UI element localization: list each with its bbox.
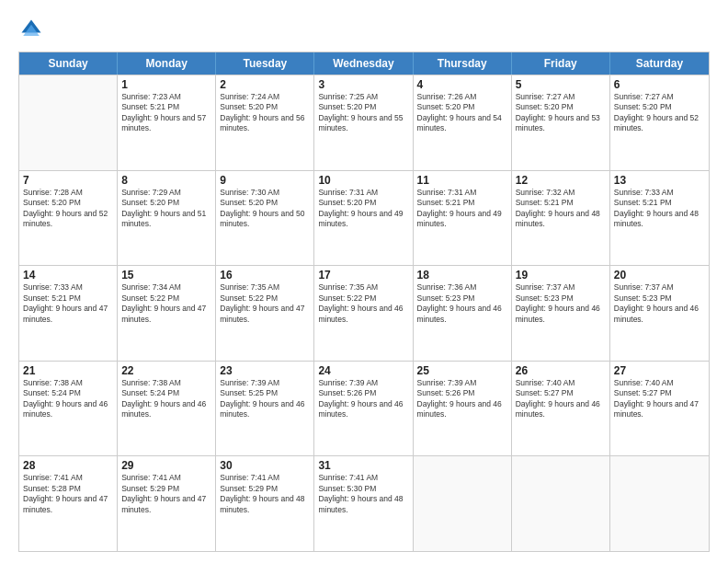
cell-info: Sunrise: 7:33 AMSunset: 5:21 PMDaylight:… (614, 188, 705, 230)
calendar-header-cell: Monday (118, 52, 216, 75)
cell-date: 3 (318, 78, 408, 91)
calendar: SundayMondayTuesdayWednesdayThursdayFrid… (18, 52, 710, 552)
calendar-header-cell: Saturday (610, 52, 709, 75)
cell-info: Sunrise: 7:40 AMSunset: 5:27 PMDaylight:… (516, 378, 606, 420)
cell-info: Sunrise: 7:38 AMSunset: 5:24 PMDaylight:… (121, 378, 211, 420)
cell-info: Sunrise: 7:37 AMSunset: 5:23 PMDaylight:… (614, 282, 705, 325)
calendar-cell: 18Sunrise: 7:36 AMSunset: 5:23 PMDayligh… (414, 266, 512, 361)
calendar-cell: 21Sunrise: 7:38 AMSunset: 5:24 PMDayligh… (19, 362, 118, 456)
calendar-row: 14Sunrise: 7:33 AMSunset: 5:21 PMDayligh… (19, 265, 709, 361)
cell-info: Sunrise: 7:34 AMSunset: 5:22 PMDaylight:… (121, 282, 211, 325)
calendar-cell: 11Sunrise: 7:31 AMSunset: 5:21 PMDayligh… (414, 171, 512, 266)
calendar-cell: 8Sunrise: 7:29 AMSunset: 5:20 PMDaylight… (118, 171, 216, 266)
calendar-row: 1Sunrise: 7:23 AMSunset: 5:21 PMDaylight… (19, 75, 709, 170)
calendar-cell: 3Sunrise: 7:25 AMSunset: 5:20 PMDaylight… (314, 75, 413, 170)
cell-info: Sunrise: 7:27 AMSunset: 5:20 PMDaylight:… (516, 92, 606, 134)
cell-date: 21 (23, 364, 113, 377)
cell-date: 4 (417, 78, 507, 91)
cell-date: 23 (220, 364, 310, 377)
calendar-cell: 26Sunrise: 7:40 AMSunset: 5:27 PMDayligh… (512, 362, 610, 456)
calendar-cell: 12Sunrise: 7:32 AMSunset: 5:21 PMDayligh… (512, 171, 610, 266)
cell-date: 10 (318, 174, 408, 187)
cell-date: 14 (23, 269, 113, 282)
calendar-row: 7Sunrise: 7:28 AMSunset: 5:20 PMDaylight… (19, 170, 709, 266)
cell-date: 18 (417, 269, 507, 282)
cell-info: Sunrise: 7:29 AMSunset: 5:20 PMDaylight:… (121, 188, 211, 230)
cell-date: 31 (318, 459, 408, 472)
calendar-header: SundayMondayTuesdayWednesdayThursdayFrid… (19, 52, 709, 75)
calendar-cell: 17Sunrise: 7:35 AMSunset: 5:22 PMDayligh… (314, 266, 413, 361)
cell-date: 20 (614, 269, 705, 282)
cell-date: 29 (121, 459, 211, 472)
cell-info: Sunrise: 7:35 AMSunset: 5:22 PMDaylight:… (318, 282, 408, 325)
cell-date: 22 (121, 364, 211, 377)
header (18, 17, 710, 42)
cell-info: Sunrise: 7:28 AMSunset: 5:20 PMDaylight:… (23, 188, 113, 230)
cell-info: Sunrise: 7:31 AMSunset: 5:21 PMDaylight:… (417, 188, 507, 230)
cell-info: Sunrise: 7:41 AMSunset: 5:29 PMDaylight:… (121, 473, 211, 515)
cell-date: 5 (516, 78, 606, 91)
page: SundayMondayTuesdayWednesdayThursdayFrid… (0, 0, 728, 563)
calendar-header-cell: Tuesday (216, 52, 314, 75)
calendar-body: 1Sunrise: 7:23 AMSunset: 5:21 PMDaylight… (19, 75, 709, 551)
calendar-cell (610, 456, 709, 551)
cell-date: 17 (318, 269, 408, 282)
cell-info: Sunrise: 7:41 AMSunset: 5:29 PMDaylight:… (220, 473, 310, 515)
cell-info: Sunrise: 7:41 AMSunset: 5:30 PMDaylight:… (318, 473, 408, 515)
cell-info: Sunrise: 7:37 AMSunset: 5:23 PMDaylight:… (516, 282, 606, 325)
cell-date: 6 (614, 78, 705, 91)
calendar-cell: 22Sunrise: 7:38 AMSunset: 5:24 PMDayligh… (118, 362, 216, 456)
calendar-header-cell: Wednesday (314, 52, 413, 75)
cell-date: 24 (318, 364, 408, 377)
cell-info: Sunrise: 7:36 AMSunset: 5:23 PMDaylight:… (417, 282, 507, 325)
calendar-cell: 20Sunrise: 7:37 AMSunset: 5:23 PMDayligh… (610, 266, 709, 361)
cell-info: Sunrise: 7:38 AMSunset: 5:24 PMDaylight:… (23, 378, 113, 420)
cell-info: Sunrise: 7:27 AMSunset: 5:20 PMDaylight:… (614, 92, 705, 134)
cell-info: Sunrise: 7:31 AMSunset: 5:20 PMDaylight:… (318, 188, 408, 230)
cell-date: 28 (23, 459, 113, 472)
calendar-cell: 16Sunrise: 7:35 AMSunset: 5:22 PMDayligh… (216, 266, 314, 361)
cell-info: Sunrise: 7:41 AMSunset: 5:28 PMDaylight:… (23, 473, 113, 515)
cell-date: 26 (516, 364, 606, 377)
cell-date: 8 (121, 174, 211, 187)
calendar-cell: 13Sunrise: 7:33 AMSunset: 5:21 PMDayligh… (610, 171, 709, 266)
cell-date: 2 (220, 78, 310, 91)
cell-date: 13 (614, 174, 705, 187)
logo-icon (18, 17, 44, 42)
cell-date: 19 (516, 269, 606, 282)
calendar-cell: 24Sunrise: 7:39 AMSunset: 5:26 PMDayligh… (314, 362, 413, 456)
cell-info: Sunrise: 7:32 AMSunset: 5:21 PMDaylight:… (516, 188, 606, 230)
calendar-cell (414, 456, 512, 551)
cell-date: 1 (121, 78, 211, 91)
cell-date: 15 (121, 269, 211, 282)
calendar-cell: 25Sunrise: 7:39 AMSunset: 5:26 PMDayligh… (414, 362, 512, 456)
calendar-cell: 10Sunrise: 7:31 AMSunset: 5:20 PMDayligh… (314, 171, 413, 266)
calendar-cell: 31Sunrise: 7:41 AMSunset: 5:30 PMDayligh… (314, 456, 413, 551)
cell-date: 9 (220, 174, 310, 187)
calendar-cell: 1Sunrise: 7:23 AMSunset: 5:21 PMDaylight… (118, 75, 216, 170)
cell-info: Sunrise: 7:24 AMSunset: 5:20 PMDaylight:… (220, 92, 310, 134)
calendar-cell: 2Sunrise: 7:24 AMSunset: 5:20 PMDaylight… (216, 75, 314, 170)
calendar-cell: 23Sunrise: 7:39 AMSunset: 5:25 PMDayligh… (216, 362, 314, 456)
calendar-cell: 6Sunrise: 7:27 AMSunset: 5:20 PMDaylight… (610, 75, 709, 170)
calendar-cell: 19Sunrise: 7:37 AMSunset: 5:23 PMDayligh… (512, 266, 610, 361)
calendar-cell: 30Sunrise: 7:41 AMSunset: 5:29 PMDayligh… (216, 456, 314, 551)
calendar-cell: 7Sunrise: 7:28 AMSunset: 5:20 PMDaylight… (19, 171, 118, 266)
calendar-cell: 28Sunrise: 7:41 AMSunset: 5:28 PMDayligh… (19, 456, 118, 551)
cell-info: Sunrise: 7:40 AMSunset: 5:27 PMDaylight:… (614, 378, 705, 420)
cell-info: Sunrise: 7:33 AMSunset: 5:21 PMDaylight:… (23, 282, 113, 325)
calendar-header-cell: Thursday (414, 52, 512, 75)
calendar-cell: 5Sunrise: 7:27 AMSunset: 5:20 PMDaylight… (512, 75, 610, 170)
cell-info: Sunrise: 7:30 AMSunset: 5:20 PMDaylight:… (220, 188, 310, 230)
cell-date: 16 (220, 269, 310, 282)
cell-info: Sunrise: 7:25 AMSunset: 5:20 PMDaylight:… (318, 92, 408, 134)
cell-info: Sunrise: 7:39 AMSunset: 5:26 PMDaylight:… (417, 378, 507, 420)
calendar-cell (19, 75, 118, 170)
cell-info: Sunrise: 7:39 AMSunset: 5:25 PMDaylight:… (220, 378, 310, 420)
cell-info: Sunrise: 7:23 AMSunset: 5:21 PMDaylight:… (121, 92, 211, 134)
logo (18, 17, 48, 42)
cell-date: 25 (417, 364, 507, 377)
calendar-header-cell: Friday (512, 52, 610, 75)
calendar-row: 28Sunrise: 7:41 AMSunset: 5:28 PMDayligh… (19, 455, 709, 551)
cell-date: 11 (417, 174, 507, 187)
